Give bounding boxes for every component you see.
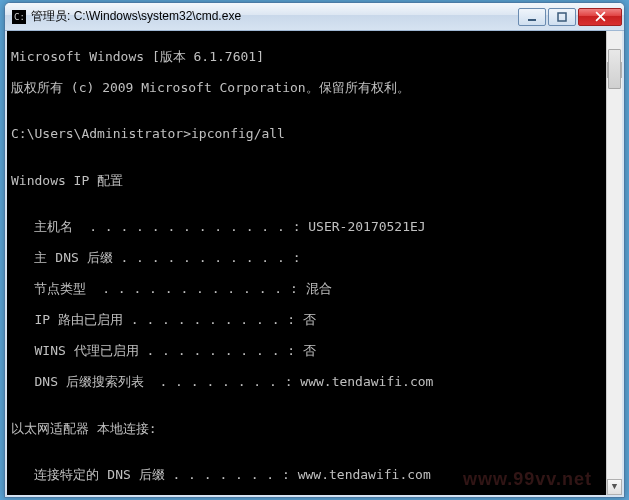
- scroll-down-button[interactable]: ▼: [607, 479, 622, 495]
- minimize-button[interactable]: [518, 8, 546, 26]
- console-line: 主 DNS 后缀 . . . . . . . . . . . :: [11, 250, 618, 266]
- console-line: DNS 后缀搜索列表 . . . . . . . . : www.tendawi…: [11, 374, 618, 390]
- close-button[interactable]: [578, 8, 622, 26]
- console-section-header: 以太网适配器 本地连接:: [11, 421, 618, 437]
- window-title: 管理员: C:\Windows\system32\cmd.exe: [31, 8, 516, 25]
- console-line: 版权所有 (c) 2009 Microsoft Corporation。保留所有…: [11, 80, 618, 96]
- console-line: 主机名 . . . . . . . . . . . . . : USER-201…: [11, 219, 618, 235]
- console-line: Microsoft Windows [版本 6.1.7601]: [11, 49, 618, 65]
- svg-rect-3: [558, 13, 566, 21]
- cmd-window: C: 管理员: C:\Windows\system32\cmd.exe Micr…: [4, 2, 625, 498]
- window-controls: [516, 8, 622, 26]
- console-line: 连接特定的 DNS 后缀 . . . . . . . : www.tendawi…: [11, 467, 618, 483]
- maximize-button[interactable]: [548, 8, 576, 26]
- console-line: WINS 代理已启用 . . . . . . . . . : 否: [11, 343, 618, 359]
- scroll-thumb[interactable]: [608, 49, 621, 89]
- cmd-icon: C:: [11, 9, 27, 25]
- console-line: IP 路由已启用 . . . . . . . . . . : 否: [11, 312, 618, 328]
- vertical-scrollbar[interactable]: ▲ ▼: [606, 31, 622, 495]
- console-section-header: Windows IP 配置: [11, 173, 618, 189]
- titlebar[interactable]: C: 管理员: C:\Windows\system32\cmd.exe: [5, 3, 624, 31]
- svg-rect-2: [528, 19, 536, 21]
- console-prompt-line: C:\Users\Administrator>ipconfig/all: [11, 126, 618, 142]
- console-output[interactable]: Microsoft Windows [版本 6.1.7601] 版权所有 (c)…: [5, 31, 624, 497]
- console-line: 节点类型 . . . . . . . . . . . . : 混合: [11, 281, 618, 297]
- svg-text:C:: C:: [14, 12, 25, 22]
